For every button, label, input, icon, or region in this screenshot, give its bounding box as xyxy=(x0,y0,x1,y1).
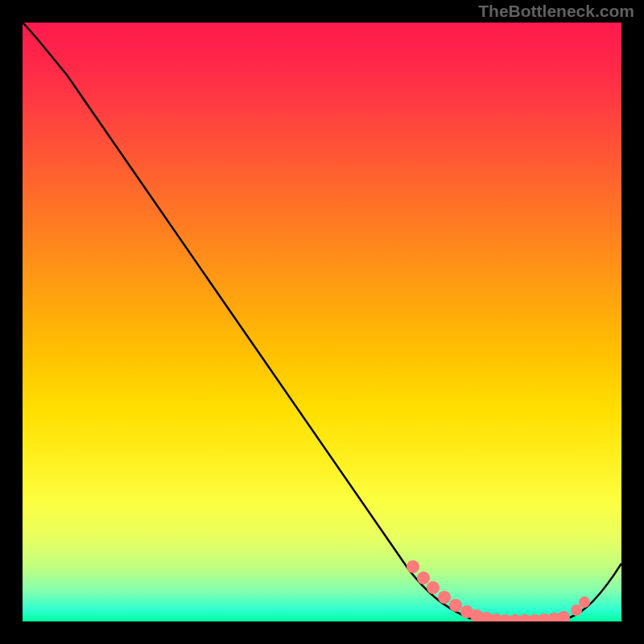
svg-point-1 xyxy=(417,572,430,584)
highlight-dots xyxy=(407,560,590,621)
svg-point-15 xyxy=(557,611,570,621)
svg-point-4 xyxy=(449,599,462,612)
plot-area xyxy=(23,23,621,621)
svg-point-16 xyxy=(571,605,582,616)
watermark-text: TheBottleneck.com xyxy=(478,2,634,21)
svg-point-2 xyxy=(427,581,440,594)
chart-svg xyxy=(23,23,621,621)
svg-point-17 xyxy=(579,597,590,608)
chart-container: TheBottleneck.com xyxy=(0,0,644,644)
svg-point-0 xyxy=(407,560,419,573)
svg-point-3 xyxy=(438,591,451,604)
main-curve xyxy=(23,23,621,621)
